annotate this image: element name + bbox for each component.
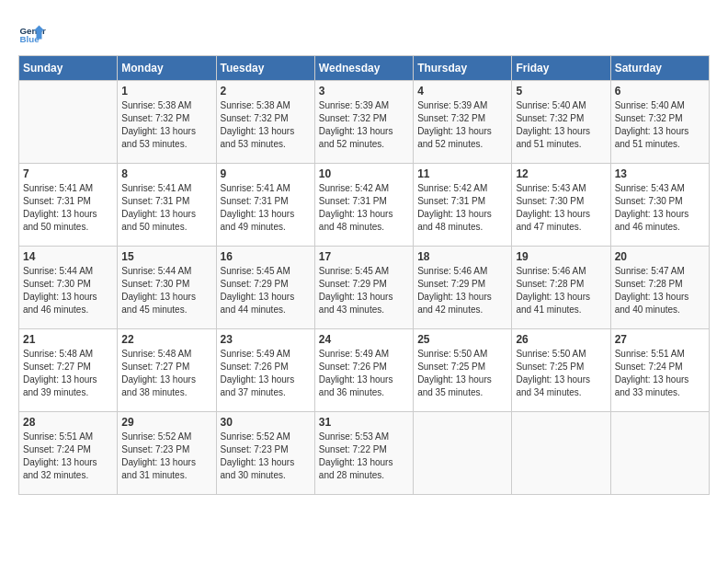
day-number: 6 — [615, 85, 705, 98]
day-number: 25 — [417, 333, 507, 346]
calendar-cell: 18Sunrise: 5:46 AM Sunset: 7:29 PM Dayli… — [414, 247, 512, 329]
day-info: Sunrise: 5:44 AM Sunset: 7:30 PM Dayligh… — [23, 265, 113, 316]
calendar-cell: 29Sunrise: 5:52 AM Sunset: 7:23 PM Dayli… — [118, 412, 216, 495]
day-info: Sunrise: 5:45 AM Sunset: 7:29 PM Dayligh… — [319, 265, 409, 316]
calendar-cell: 30Sunrise: 5:52 AM Sunset: 7:23 PM Dayli… — [216, 412, 314, 495]
calendar-cell: 22Sunrise: 5:48 AM Sunset: 7:27 PM Dayli… — [118, 329, 216, 412]
day-info: Sunrise: 5:51 AM Sunset: 7:24 PM Dayligh… — [615, 348, 705, 399]
day-number: 3 — [319, 85, 409, 98]
calendar-cell: 5Sunrise: 5:40 AM Sunset: 7:32 PM Daylig… — [512, 81, 610, 164]
calendar-cell: 21Sunrise: 5:48 AM Sunset: 7:27 PM Dayli… — [19, 329, 118, 412]
calendar-cell: 12Sunrise: 5:43 AM Sunset: 7:30 PM Dayli… — [512, 164, 610, 247]
calendar-week-row: 7Sunrise: 5:41 AM Sunset: 7:31 PM Daylig… — [19, 164, 710, 247]
day-info: Sunrise: 5:39 AM Sunset: 7:32 PM Dayligh… — [319, 99, 409, 151]
calendar-cell: 23Sunrise: 5:49 AM Sunset: 7:26 PM Dayli… — [216, 329, 314, 412]
day-number: 11 — [417, 167, 507, 180]
weekday-header-cell: Tuesday — [216, 56, 314, 81]
day-info: Sunrise: 5:46 AM Sunset: 7:29 PM Dayligh… — [417, 265, 507, 316]
day-number: 26 — [516, 333, 606, 346]
calendar-week-row: 21Sunrise: 5:48 AM Sunset: 7:27 PM Dayli… — [19, 329, 710, 412]
day-number: 15 — [121, 250, 211, 263]
calendar-week-row: 1Sunrise: 5:38 AM Sunset: 7:32 PM Daylig… — [19, 81, 710, 164]
calendar-cell: 3Sunrise: 5:39 AM Sunset: 7:32 PM Daylig… — [314, 81, 413, 164]
day-number: 18 — [417, 250, 507, 263]
day-number: 20 — [615, 250, 705, 263]
calendar-cell — [512, 412, 610, 495]
day-number: 28 — [23, 416, 113, 429]
calendar-cell: 2Sunrise: 5:38 AM Sunset: 7:32 PM Daylig… — [216, 81, 314, 164]
day-number: 30 — [221, 416, 311, 429]
weekday-header-cell: Thursday — [414, 56, 512, 81]
day-number: 7 — [23, 167, 113, 180]
calendar-cell: 17Sunrise: 5:45 AM Sunset: 7:29 PM Dayli… — [314, 247, 413, 329]
day-number: 5 — [516, 85, 606, 98]
calendar-cell: 1Sunrise: 5:38 AM Sunset: 7:32 PM Daylig… — [118, 81, 216, 164]
calendar-cell: 4Sunrise: 5:39 AM Sunset: 7:32 PM Daylig… — [414, 81, 512, 164]
calendar-cell: 13Sunrise: 5:43 AM Sunset: 7:30 PM Dayli… — [610, 164, 709, 247]
calendar-cell: 9Sunrise: 5:41 AM Sunset: 7:31 PM Daylig… — [216, 164, 314, 247]
day-info: Sunrise: 5:44 AM Sunset: 7:30 PM Dayligh… — [121, 265, 211, 316]
calendar-cell — [414, 412, 512, 495]
day-info: Sunrise: 5:50 AM Sunset: 7:25 PM Dayligh… — [417, 348, 507, 399]
weekday-header-cell: Friday — [512, 56, 610, 81]
calendar-cell: 27Sunrise: 5:51 AM Sunset: 7:24 PM Dayli… — [610, 329, 709, 412]
day-info: Sunrise: 5:50 AM Sunset: 7:25 PM Dayligh… — [516, 348, 606, 399]
calendar-cell: 19Sunrise: 5:46 AM Sunset: 7:28 PM Dayli… — [512, 247, 610, 329]
day-number: 16 — [221, 250, 311, 263]
calendar-cell: 7Sunrise: 5:41 AM Sunset: 7:31 PM Daylig… — [19, 164, 118, 247]
day-number: 2 — [221, 85, 311, 98]
day-info: Sunrise: 5:39 AM Sunset: 7:32 PM Dayligh… — [417, 99, 507, 151]
day-number: 17 — [319, 250, 409, 263]
day-number: 19 — [516, 250, 606, 263]
calendar-cell: 26Sunrise: 5:50 AM Sunset: 7:25 PM Dayli… — [512, 329, 610, 412]
calendar-cell: 20Sunrise: 5:47 AM Sunset: 7:28 PM Dayli… — [610, 247, 709, 329]
logo-icon: General Blue — [18, 18, 46, 46]
calendar-cell: 6Sunrise: 5:40 AM Sunset: 7:32 PM Daylig… — [610, 81, 709, 164]
day-info: Sunrise: 5:52 AM Sunset: 7:23 PM Dayligh… — [121, 431, 211, 482]
day-info: Sunrise: 5:41 AM Sunset: 7:31 PM Dayligh… — [121, 182, 211, 234]
day-info: Sunrise: 5:42 AM Sunset: 7:31 PM Dayligh… — [319, 182, 409, 234]
calendar-cell: 31Sunrise: 5:53 AM Sunset: 7:22 PM Dayli… — [314, 412, 413, 495]
day-info: Sunrise: 5:46 AM Sunset: 7:28 PM Dayligh… — [516, 265, 606, 316]
calendar-cell: 28Sunrise: 5:51 AM Sunset: 7:24 PM Dayli… — [19, 412, 118, 495]
weekday-header-cell: Wednesday — [314, 56, 413, 81]
weekday-header-row: SundayMondayTuesdayWednesdayThursdayFrid… — [19, 56, 710, 81]
day-number: 14 — [23, 250, 113, 263]
day-number: 24 — [319, 333, 409, 346]
day-number: 1 — [121, 85, 211, 98]
day-number: 8 — [121, 167, 211, 180]
day-info: Sunrise: 5:47 AM Sunset: 7:28 PM Dayligh… — [615, 265, 705, 316]
day-info: Sunrise: 5:40 AM Sunset: 7:32 PM Dayligh… — [516, 99, 606, 151]
calendar-cell: 24Sunrise: 5:49 AM Sunset: 7:26 PM Dayli… — [314, 329, 413, 412]
day-number: 9 — [221, 167, 311, 180]
day-info: Sunrise: 5:49 AM Sunset: 7:26 PM Dayligh… — [221, 348, 311, 399]
calendar-week-row: 28Sunrise: 5:51 AM Sunset: 7:24 PM Dayli… — [19, 412, 710, 495]
calendar-cell: 16Sunrise: 5:45 AM Sunset: 7:29 PM Dayli… — [216, 247, 314, 329]
day-info: Sunrise: 5:41 AM Sunset: 7:31 PM Dayligh… — [221, 182, 311, 234]
day-info: Sunrise: 5:41 AM Sunset: 7:31 PM Dayligh… — [23, 182, 113, 234]
calendar-cell: 15Sunrise: 5:44 AM Sunset: 7:30 PM Dayli… — [118, 247, 216, 329]
day-info: Sunrise: 5:42 AM Sunset: 7:31 PM Dayligh… — [417, 182, 507, 234]
page-header: General Blue — [18, 18, 710, 46]
calendar-cell — [19, 81, 118, 164]
day-info: Sunrise: 5:45 AM Sunset: 7:29 PM Dayligh… — [221, 265, 311, 316]
calendar-cell — [610, 412, 709, 495]
weekday-header-cell: Sunday — [19, 56, 118, 81]
day-info: Sunrise: 5:48 AM Sunset: 7:27 PM Dayligh… — [23, 348, 113, 399]
weekday-header-cell: Monday — [118, 56, 216, 81]
day-number: 13 — [615, 167, 705, 180]
calendar-cell: 14Sunrise: 5:44 AM Sunset: 7:30 PM Dayli… — [19, 247, 118, 329]
day-number: 29 — [121, 416, 211, 429]
day-info: Sunrise: 5:52 AM Sunset: 7:23 PM Dayligh… — [221, 431, 311, 482]
day-info: Sunrise: 5:43 AM Sunset: 7:30 PM Dayligh… — [516, 182, 606, 234]
day-number: 21 — [23, 333, 113, 346]
day-info: Sunrise: 5:48 AM Sunset: 7:27 PM Dayligh… — [121, 348, 211, 399]
day-number: 27 — [615, 333, 705, 346]
day-number: 23 — [221, 333, 311, 346]
calendar-cell: 11Sunrise: 5:42 AM Sunset: 7:31 PM Dayli… — [414, 164, 512, 247]
calendar-week-row: 14Sunrise: 5:44 AM Sunset: 7:30 PM Dayli… — [19, 247, 710, 329]
calendar-cell: 10Sunrise: 5:42 AM Sunset: 7:31 PM Dayli… — [314, 164, 413, 247]
day-number: 31 — [319, 416, 409, 429]
calendar-body: 1Sunrise: 5:38 AM Sunset: 7:32 PM Daylig… — [19, 81, 710, 495]
day-info: Sunrise: 5:49 AM Sunset: 7:26 PM Dayligh… — [319, 348, 409, 399]
